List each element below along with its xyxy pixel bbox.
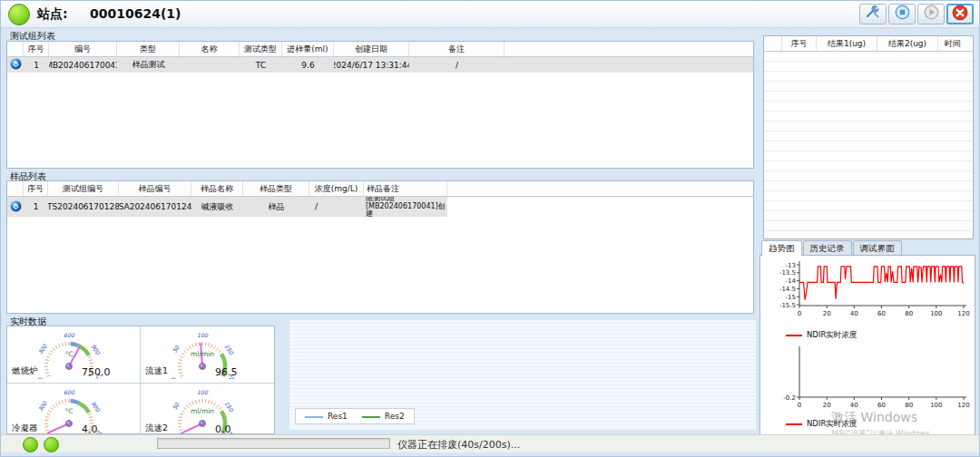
gauge-flow2: 050100150200 ml/min 流速2 0.0: [141, 384, 274, 440]
svg-text:600: 600: [64, 332, 75, 338]
svg-text:80: 80: [905, 402, 913, 409]
ndir-line-icon: [786, 335, 802, 336]
gauge-value: 750.0: [82, 366, 111, 378]
svg-text:0: 0: [798, 310, 801, 317]
legend-item-res1: Res1: [305, 412, 348, 421]
station-status-led: [8, 4, 30, 25]
gauge-label: 流速1: [145, 365, 168, 377]
svg-text:100: 100: [197, 332, 209, 338]
svg-text:80: 80: [905, 310, 913, 317]
tab-debug[interactable]: 调试界面: [853, 240, 902, 256]
realtime-data-panel: 03006009001200 °C 燃烧炉 750.0 050100150200…: [6, 326, 275, 434]
progress-bar: [157, 438, 390, 449]
svg-text:60: 60: [877, 402, 886, 409]
status-message: 仪器正在排废(40s/200s)...: [397, 438, 520, 452]
result-chart-legend: Res1 Res2: [295, 408, 415, 424]
svg-text:100: 100: [930, 402, 942, 409]
station-id: 00010624(1): [90, 6, 181, 21]
ndir-second-chart: -0.2020406080100120: [760, 346, 975, 413]
res2-line-icon: [362, 416, 380, 418]
svg-text:-13.5: -13.5: [779, 269, 796, 277]
gauge-furnace: 03006009001200 °C 燃烧炉 750.0: [7, 326, 141, 384]
gauge-label: 流速2: [145, 423, 168, 434]
svg-text:40: 40: [850, 402, 858, 409]
stop-button[interactable]: [888, 4, 916, 24]
status-bar: 仪器正在排废(40s/200s)...: [1, 434, 979, 452]
close-button[interactable]: [946, 4, 974, 24]
svg-text:-14: -14: [786, 277, 797, 285]
svg-text:-15.5: -15.5: [779, 302, 796, 309]
ndir-trend-chart: -13-13.5-14-14.5-15-15.5020406080100120: [760, 256, 975, 321]
result-chart-area: Res1 Res2: [289, 320, 756, 430]
gauge-unit: ml/min: [173, 350, 231, 358]
svg-text:20: 20: [823, 402, 831, 409]
status-led-1: [23, 437, 38, 452]
svg-text:120: 120: [957, 402, 969, 409]
svg-text:-0.2: -0.2: [783, 394, 796, 402]
gauge-label: 燃烧炉: [12, 365, 38, 377]
station-label: 站点:: [37, 6, 68, 23]
tab-history[interactable]: 历史记录: [803, 240, 852, 256]
svg-text:120: 120: [957, 310, 969, 317]
toolbar: [859, 4, 974, 24]
svg-text:600: 600: [64, 389, 75, 395]
tab-strip: 趋势图 历史记录 调试界面: [761, 240, 902, 256]
table-row[interactable]: 1 MB202406170041 样品测试 TC 9.6 2024/6/17 1…: [7, 57, 753, 73]
svg-text:0: 0: [798, 402, 801, 409]
svg-text:-14.5: -14.5: [779, 286, 796, 293]
test-group-table: 序号 编号 类型 名称 测试类型 进样量(ml) 创建日期 备注 1 MB202…: [6, 41, 754, 169]
tools-button[interactable]: [859, 4, 887, 24]
gauge-flow1: 050100150200 ml/min 流速1 96.5: [141, 326, 274, 384]
gauge-unit: ml/min: [173, 407, 231, 415]
svg-text:60: 60: [877, 310, 886, 317]
ndir-line-icon: [786, 423, 802, 425]
gauge-unit: °C: [40, 350, 98, 358]
trend-panel: -13-13.5-14-14.5-15-15.5020406080100120 …: [760, 255, 975, 452]
gauge-unit: °C: [40, 407, 98, 415]
res1-line-icon: [305, 416, 323, 418]
results-table: 序号 结果1(ug) 结果2(ug) 时间: [763, 35, 974, 239]
close-icon: [952, 5, 968, 24]
title-bar: 站点: 00010624(1): [1, 1, 979, 28]
gauge-condenser: 03006009001200 °C 冷凝器 4.0: [7, 384, 141, 440]
svg-text:20: 20: [823, 310, 831, 317]
tab-trend-chart[interactable]: 趋势图: [761, 240, 802, 256]
sample-table-header: 序号 测试组编号 样品编号 样品名称 样品类型 浓度(mg/L) 样品备注: [7, 181, 753, 197]
sample-row-icon: [10, 200, 22, 214]
svg-text:0: 0: [170, 376, 177, 379]
stop-icon: [895, 5, 910, 24]
test-group-row-icon: [10, 58, 22, 72]
svg-text:100: 100: [197, 389, 209, 395]
ndir-chart2-legend: NDIR实时浓度: [786, 419, 857, 430]
results-table-body[interactable]: [764, 52, 973, 238]
results-table-header: 序号 结果1(ug) 结果2(ug) 时间: [764, 36, 973, 52]
status-led-2: [44, 437, 59, 452]
play-icon: [924, 5, 939, 24]
svg-text:-15: -15: [786, 294, 796, 301]
gauge-value: 96.5: [215, 366, 238, 378]
svg-text:-13: -13: [786, 262, 796, 269]
app-window: 站点: 00010624(1): [0, 0, 980, 457]
svg-text:40: 40: [850, 310, 858, 317]
test-group-table-header: 序号 编号 类型 名称 测试类型 进样量(ml) 创建日期 备注: [7, 42, 753, 57]
tools-icon: [866, 5, 881, 23]
play-button[interactable]: [917, 4, 945, 24]
sample-table: 序号 测试组编号 样品编号 样品名称 样品类型 浓度(mg/L) 样品备注 1 …: [6, 180, 754, 314]
gauge-label: 冷凝器: [12, 423, 38, 434]
ndir-chart1-legend: NDIR实时浓度: [786, 330, 857, 341]
table-row[interactable]: 1 TS202406170128 SA202406170124 碱液吸收 样品 …: [7, 197, 753, 217]
legend-item-res2: Res2: [362, 412, 405, 421]
svg-text:100: 100: [930, 310, 942, 317]
